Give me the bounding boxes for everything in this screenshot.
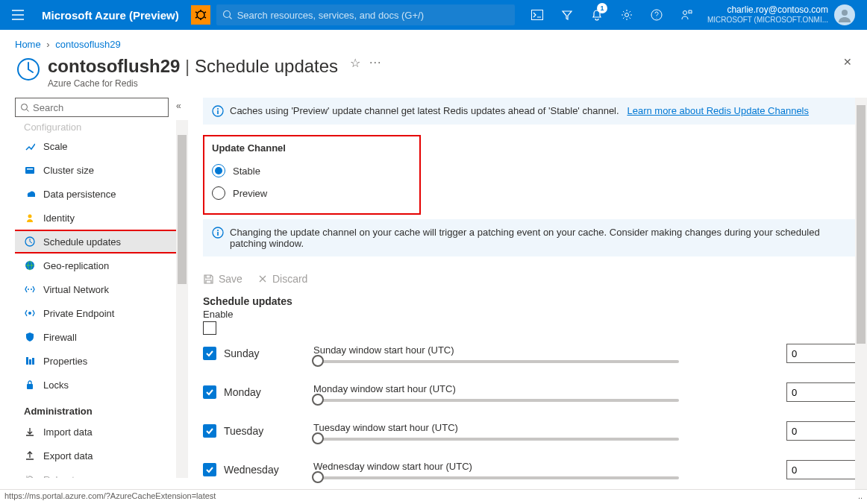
sidebar-item-import-data[interactable]: Import data [15,420,188,444]
sidebar-item-firewall[interactable]: Firewall [15,325,188,349]
slider-thumb[interactable] [312,394,324,406]
radio-input-stable[interactable] [212,164,225,177]
enable-checkbox[interactable] [203,321,216,335]
sidebar-item-properties[interactable]: Properties [15,349,188,373]
page-title: contosoflush29 | Schedule updates [48,56,338,77]
resource-sidebar: « Configuration Scale Cluster size Data … [0,98,188,500]
person-icon [837,7,852,22]
breadcrumb-resource[interactable]: contosoflush29 [55,39,120,50]
hour-slider[interactable] [313,399,679,402]
export-icon [24,450,36,462]
sidebar-item-cluster-size[interactable]: Cluster size [15,158,188,182]
check-icon [205,349,214,358]
help-icon [651,9,663,21]
day-checkbox-sunday[interactable] [203,347,216,360]
hour-input-monday[interactable] [786,382,858,402]
radio-preview[interactable]: Preview [212,182,412,204]
day-row-sunday: Sunday Sunday window start hour (UTC) [203,344,858,363]
close-blade-button[interactable]: ✕ [843,56,852,68]
preview-badge[interactable] [191,5,210,25]
sidebar-item-geo-replication[interactable]: Geo-replication [15,253,188,277]
hour-slider[interactable] [313,360,679,363]
more-actions-button[interactable]: ··· [369,56,381,69]
sidebar-item-locks[interactable]: Locks [15,373,188,397]
gear-icon [621,9,633,21]
svg-rect-2 [531,10,542,20]
collapse-sidebar-button[interactable]: « [176,101,181,111]
slider-thumb[interactable] [312,471,324,483]
hour-input-tuesday[interactable] [786,421,858,441]
main-pane: Caches using 'Preview' update channel ge… [188,98,867,500]
feedback-button[interactable] [672,0,701,30]
cloud-save-icon [24,188,36,200]
page-header: contosoflush29 | Schedule updates Azure … [0,53,867,98]
day-checkbox-monday[interactable] [203,385,216,399]
cloud-shell-button[interactable] [522,0,552,30]
sidebar-scrollbar[interactable] [176,120,188,478]
hamburger-menu[interactable] [6,0,30,30]
sidebar-item-virtual-network[interactable]: Virtual Network [15,277,188,301]
sidebar-item-private-endpoint[interactable]: Private Endpoint [15,301,188,325]
cluster-icon [24,164,36,176]
save-button[interactable]: Save [203,273,242,285]
sidebar-item-export-data[interactable]: Export data [15,444,188,467]
info-link[interactable]: Learn more about Redis Update Channels [627,105,809,116]
check-icon [205,465,214,474]
sidebar-item-scale[interactable]: Scale [15,134,188,158]
hour-input-wednesday[interactable] [786,460,858,479]
breadcrumb-home[interactable]: Home [15,39,41,50]
svg-rect-20 [32,358,34,365]
help-button[interactable] [642,0,672,30]
slider-thumb[interactable] [312,432,324,444]
sidebar-search-input[interactable] [33,102,163,113]
svg-point-26 [217,230,219,231]
day-checkbox-wednesday[interactable] [203,463,216,476]
scrollbar-thumb[interactable] [857,105,866,344]
sidebar-item-data-persistence[interactable]: Data persistence [15,182,188,206]
user-email: charlie.roy@contoso.com [707,4,828,15]
svg-point-3 [625,13,628,17]
notifications-button[interactable]: 1 [582,0,612,30]
portal-title[interactable]: Microsoft Azure (Preview) [30,9,191,22]
enable-label: Enable [203,309,858,320]
info-icon [212,105,224,117]
account-menu[interactable]: charlie.roy@contoso.com MICROSOFT (MICRO… [701,4,861,25]
day-label: Monday [224,386,313,398]
radio-stable[interactable]: Stable [212,160,412,182]
sidebar-item-reboot[interactable]: Reboot [15,467,188,478]
global-search[interactable] [216,4,515,25]
filter-button[interactable] [552,0,582,30]
scrollbar-thumb[interactable] [178,135,187,284]
vnet-icon [24,283,36,295]
hour-input-sunday[interactable] [786,344,858,363]
hour-slider[interactable] [313,438,679,441]
global-search-input[interactable] [237,10,509,21]
day-row-monday: Monday Monday window start hour (UTC) [203,382,858,402]
update-channel-section: Update Channel Stable Preview [203,135,421,215]
status-url: https://ms.portal.azure.com/?AzureCacheE… [4,491,216,503]
breadcrumb-separator: › [43,39,52,50]
hour-slider[interactable] [313,476,679,479]
sidebar-item-identity[interactable]: Identity [15,206,188,230]
day-label: Sunday [224,347,313,359]
favorite-button[interactable]: ☆ [350,56,360,70]
day-checkbox-tuesday[interactable] [203,424,216,438]
person-feedback-icon [680,9,692,21]
svg-rect-9 [25,167,34,174]
radio-input-preview[interactable] [212,186,225,200]
sidebar-item-schedule-updates[interactable]: Schedule updates [15,230,187,253]
settings-button[interactable] [612,0,642,30]
svg-point-17 [28,312,31,315]
scale-icon [24,140,36,152]
toolbar: Save Discard [203,267,858,295]
discard-button[interactable]: Discard [257,273,307,285]
sidebar-search[interactable] [15,98,169,117]
svg-rect-24 [217,110,219,114]
sidebar-section-admin: Administration [15,397,188,420]
schedule-updates-title: Schedule updates [203,295,858,307]
info-text: Caches using 'Preview' update channel ge… [230,105,619,116]
slider-thumb[interactable] [312,355,324,367]
svg-rect-27 [217,232,219,236]
main-scrollbar[interactable] [855,98,867,500]
svg-point-1 [223,11,230,18]
